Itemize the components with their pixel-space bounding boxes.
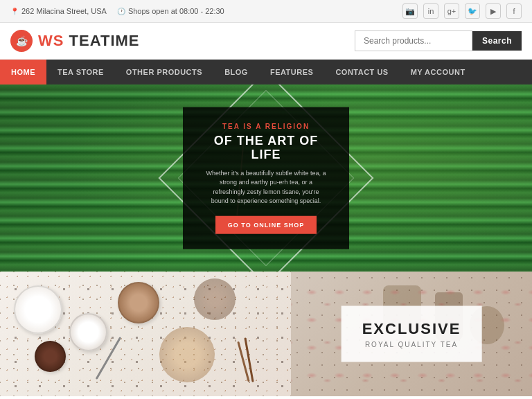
hero-cta-button[interactable]: GO TO ONLINE SHOP <box>215 215 317 233</box>
hero-content-box: TEA IS A RELIGION OF THE ART OF LIFE Whe… <box>183 107 349 249</box>
hero-title: OF THE ART OF LIFE <box>204 134 328 162</box>
dark-tea-pile <box>194 278 236 320</box>
google-icon[interactable]: g+ <box>444 3 459 19</box>
site-logo[interactable]: ☕ WS TEATIME <box>10 30 140 52</box>
address-info: 📍 262 Milacina Street, USA <box>10 7 107 15</box>
nav-account[interactable]: MY ACCOUNT <box>400 60 477 85</box>
logo-name: TEATIME <box>69 32 140 49</box>
main-nav: HOME TEA STORE OTHER PRODUCTS BLOG FEATU… <box>0 60 532 85</box>
search-input[interactable] <box>355 30 472 51</box>
tea-jars-image: EXCLUSIVE ROYAL QUALITY TEA <box>291 272 532 396</box>
nav-other-products[interactable]: OTHER PRODUCTS <box>115 60 213 85</box>
tea-bowl-1 <box>14 285 62 334</box>
logo-text: WS TEATIME <box>38 32 140 50</box>
site-header: ☕ WS TEATIME Search <box>0 23 532 60</box>
pin-icon: 📍 <box>10 8 19 15</box>
nav-tea-store[interactable]: TEA STORE <box>46 60 115 85</box>
social-links: 📷 in g+ 🐦 ▶ f <box>402 3 522 19</box>
tea-bowl-3 <box>118 282 159 323</box>
nav-blog[interactable]: BLOG <box>213 60 259 85</box>
hero-subtitle: TEA IS A RELIGION <box>204 123 328 130</box>
hours-info: 🕐 Shops open at 08:00 - 22:30 <box>117 7 224 15</box>
youtube-icon[interactable]: ▶ <box>486 3 501 19</box>
linkedin-icon[interactable]: in <box>423 3 438 19</box>
top-bar: 📍 262 Milacina Street, USA 🕐 Shops open … <box>0 0 532 23</box>
tea-products-image <box>0 272 291 396</box>
tea-bowl-4 <box>35 341 66 372</box>
twitter-icon[interactable]: 🐦 <box>465 3 480 19</box>
hours-text: Shops open at 08:00 - 22:30 <box>128 7 224 15</box>
logo-icon: ☕ <box>10 30 33 52</box>
nav-home[interactable]: HOME <box>0 60 46 85</box>
hero-description: Whether it's a beautifully subtle white … <box>204 168 328 206</box>
exclusive-subtitle: ROYAL QUALITY TEA <box>362 341 461 348</box>
nav-contact[interactable]: CONTACT US <box>324 60 399 85</box>
clock-icon: 🕐 <box>117 8 125 15</box>
instagram-icon[interactable]: 📷 <box>402 3 418 19</box>
search-form: Search <box>355 30 522 51</box>
address-text: 262 Milacina Street, USA <box>21 7 107 15</box>
logo-ws: WS <box>38 32 64 49</box>
exclusive-title: EXCLUSIVE <box>362 320 461 338</box>
hero-section: TEA IS A RELIGION OF THE ART OF LIFE Whe… <box>0 85 532 272</box>
nav-features[interactable]: FEATURES <box>259 60 324 85</box>
facebook-icon[interactable]: f <box>506 3 522 19</box>
tea-pile <box>159 327 215 382</box>
bottom-section: EXCLUSIVE ROYAL QUALITY TEA <box>0 272 532 396</box>
tea-bowl-2 <box>69 313 107 351</box>
search-button[interactable]: Search <box>472 31 522 51</box>
exclusive-box: EXCLUSIVE ROYAL QUALITY TEA <box>342 306 482 362</box>
top-bar-info-group: 📍 262 Milacina Street, USA 🕐 Shops open … <box>10 7 224 15</box>
